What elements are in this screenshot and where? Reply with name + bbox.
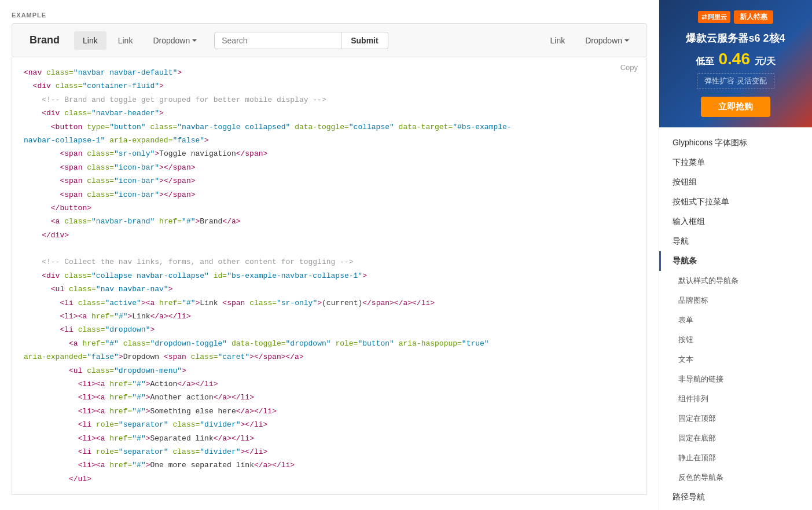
sidebar-subitem[interactable]: 文本 xyxy=(659,350,812,369)
code-line: </div> xyxy=(24,229,635,242)
code-line: aria-expanded="false">Dropdown <span cla… xyxy=(24,350,635,364)
sidebar-item[interactable]: 路径导航 xyxy=(659,487,812,507)
code-line: <div class="container-fluid"> xyxy=(24,79,635,93)
code-line: <li role="separator" class="divider"></l… xyxy=(24,445,635,458)
example-label: EXAMPLE xyxy=(12,12,647,19)
code-line xyxy=(24,242,635,255)
code-line: <li role="separator" class="divider"></l… xyxy=(24,418,635,431)
nav-link-2[interactable]: Link xyxy=(109,31,142,50)
code-line: <span class="sr-only">Toggle navigation<… xyxy=(24,147,635,160)
main-content: EXAMPLE Brand Link Link Dropdown Submit … xyxy=(0,0,659,510)
code-line: <span class="icon-bar"></span> xyxy=(24,188,635,201)
ad-cta-button[interactable]: 立即抢购 xyxy=(701,97,770,117)
sidebar-subitem[interactable]: 固定在顶部 xyxy=(659,409,812,428)
sidebar-nav: Glyphicons 字体图标下拉菜单按钮组按钮式下拉菜单输入框组导航导航条默认… xyxy=(659,127,812,510)
code-line: <li><a href="#">Separated link</a></li> xyxy=(24,432,635,445)
dropdown-caret-icon xyxy=(192,39,197,42)
sidebar-subitem[interactable]: 非导航的链接 xyxy=(659,369,812,389)
code-line: </button> xyxy=(24,201,635,215)
code-line: <li><a href="#">Another action</a></li> xyxy=(24,391,635,404)
sidebar-subitem[interactable]: 组件排列 xyxy=(659,389,812,409)
code-line: <nav class="navbar navbar-default"> xyxy=(24,66,635,79)
code-line: <ul class="dropdown-menu"> xyxy=(24,364,635,377)
navbar-brand[interactable]: Brand xyxy=(21,30,68,51)
code-line: <button type="button" class="navbar-togg… xyxy=(24,120,635,134)
sidebar-subitem[interactable]: 表单 xyxy=(659,310,812,330)
sidebar-item[interactable]: 导航 xyxy=(659,232,812,251)
right-sidebar: ⇄ 阿里云 新人特惠 爆款云服务器s6 2核4 低至 0.46 元/天 弹性扩容… xyxy=(659,0,812,510)
code-line: <li><a href="#">Link</a></li> xyxy=(24,310,635,323)
code-line: <!-- Brand and toggle get grouped for be… xyxy=(24,93,635,107)
code-block: Copy <nav class="navbar navbar-default">… xyxy=(12,57,647,495)
dropdown-caret-right-icon xyxy=(624,39,629,42)
code-line: <li class="active"><a href="#">Link <spa… xyxy=(24,296,635,310)
code-line: <li><a href="#">One more separated link<… xyxy=(24,458,635,472)
navbar-right: Link Dropdown xyxy=(541,31,638,50)
sidebar-item[interactable]: 下拉菜单 xyxy=(659,153,812,173)
code-line: <li class="dropdown"> xyxy=(24,323,635,336)
ad-price: 低至 0.46 元/天 xyxy=(696,50,776,68)
aliyun-logo: ⇄ 阿里云 xyxy=(698,11,730,23)
sidebar-subitem[interactable]: 反色的导航条 xyxy=(659,468,812,487)
sidebar-subitem[interactable]: 固定在底部 xyxy=(659,428,812,448)
ad-banner[interactable]: ⇄ 阿里云 新人特惠 爆款云服务器s6 2核4 低至 0.46 元/天 弹性扩容… xyxy=(659,0,812,127)
code-line: <ul class="nav navbar-nav"> xyxy=(24,282,635,296)
sidebar-subitem[interactable]: 静止在顶部 xyxy=(659,448,812,468)
sidebar-item[interactable]: 按钮式下拉菜单 xyxy=(659,192,812,212)
code-line: </ul> xyxy=(24,472,635,486)
code-line: <div class="collapse navbar-collapse" id… xyxy=(24,269,635,282)
sidebar-item[interactable]: Glyphicons 字体图标 xyxy=(659,133,812,153)
sidebar-subitem[interactable]: 默认样式的导航条 xyxy=(659,271,812,291)
code-line: navbar-collapse-1" aria-expanded="false"… xyxy=(24,134,635,147)
ad-headline: 爆款云服务器s6 2核4 xyxy=(686,31,785,45)
navbar-demo: Brand Link Link Dropdown Submit Link Dro… xyxy=(12,23,647,57)
code-line: <li><a href="#">Something else here</a><… xyxy=(24,405,635,418)
sidebar-subitem[interactable]: 按钮 xyxy=(659,330,812,350)
nav-dropdown-right[interactable]: Dropdown xyxy=(576,31,638,50)
nav-link-right[interactable]: Link xyxy=(541,31,574,50)
sidebar-item[interactable]: 分页 xyxy=(659,507,812,510)
nav-link-1[interactable]: Link xyxy=(74,31,106,50)
sidebar-item[interactable]: 输入框组 xyxy=(659,212,812,232)
code-line: <!-- Collect the nav links, forms, and o… xyxy=(24,255,635,269)
ad-desc: 弹性扩容 灵活变配 xyxy=(697,73,774,89)
new-user-badge: 新人特惠 xyxy=(734,10,773,24)
sidebar-item[interactable]: 导航条 xyxy=(659,251,812,271)
nav-dropdown-1[interactable]: Dropdown xyxy=(144,31,205,50)
code-line: <a class="navbar-brand" href="#">Brand</… xyxy=(24,215,635,228)
copy-button[interactable]: Copy xyxy=(620,63,638,72)
sidebar-subitem[interactable]: 品牌图标 xyxy=(659,291,812,310)
navbar-search-group: Submit xyxy=(214,32,388,49)
submit-button[interactable]: Submit xyxy=(341,32,388,49)
ad-header: ⇄ 阿里云 新人特惠 xyxy=(698,10,773,24)
sidebar-item[interactable]: 按钮组 xyxy=(659,173,812,192)
code-line: <div class="navbar-header"> xyxy=(24,107,635,120)
code-line: <li><a href="#">Action</a></li> xyxy=(24,377,635,391)
code-line: <span class="icon-bar"></span> xyxy=(24,161,635,174)
search-input[interactable] xyxy=(214,32,341,49)
code-line: <a href="#" class="dropdown-toggle" data… xyxy=(24,337,635,350)
code-line: <span class="icon-bar"></span> xyxy=(24,174,635,188)
